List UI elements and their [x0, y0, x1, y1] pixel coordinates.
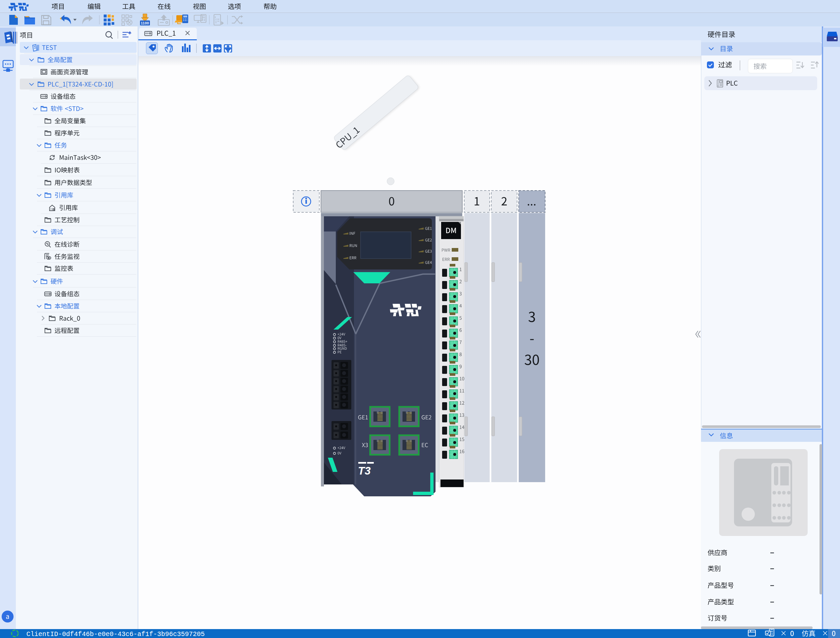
- svg-text:ClientID-0df4f46b-e0e0-43c6-af: ClientID-0df4f46b-e0e0-43c6-af1f-3b96c35…: [27, 630, 205, 638]
- svg-text:1100: 1100: [141, 21, 149, 25]
- svg-text:T3: T3: [358, 464, 371, 477]
